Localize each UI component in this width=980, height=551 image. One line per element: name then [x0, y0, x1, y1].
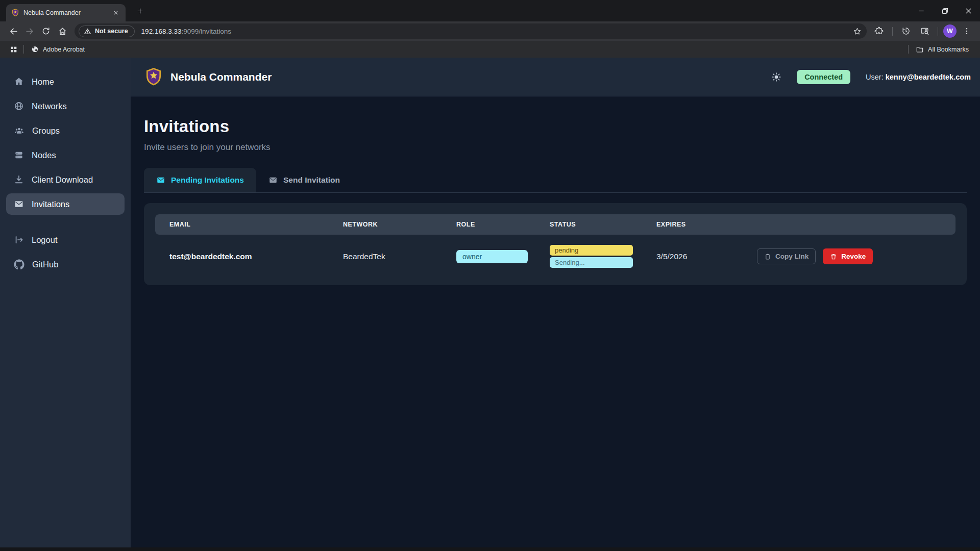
mail-icon [268, 176, 278, 185]
server-icon [14, 150, 24, 160]
restore-button[interactable] [933, 0, 957, 21]
column-header-email: EMAIL [169, 221, 343, 228]
shield-logo-icon [144, 67, 163, 87]
clipboard-icon [764, 253, 771, 260]
row-expires: 3/5/2026 [656, 252, 757, 261]
url-text[interactable]: 192.168.3.33:9099/invitations [141, 28, 853, 35]
connection-status-badge: Connected [797, 70, 850, 84]
toolbar-right-icons: W [871, 23, 975, 39]
home-icon [14, 77, 24, 87]
close-button[interactable] [957, 0, 980, 21]
tab-pending-invitations[interactable]: Pending Invitations [144, 168, 256, 192]
row-network: BeardedTek [343, 252, 456, 261]
tab-favicon-shield-icon [11, 9, 19, 17]
not-secure-label: Not secure [95, 28, 128, 35]
row-actions: Copy Link Revoke [757, 248, 955, 264]
column-header-network: NETWORK [343, 221, 456, 228]
history-icon[interactable] [898, 23, 914, 39]
globe-favicon-icon [31, 45, 39, 53]
bookmarks-separator [23, 45, 24, 54]
menu-kebab-icon[interactable] [959, 23, 975, 39]
bookmark-adobe-acrobat[interactable]: Adobe Acrobat [27, 43, 89, 55]
sidebar-item-client-download[interactable]: Client Download [6, 169, 125, 190]
window-controls [910, 0, 980, 21]
role-badge: owner [456, 250, 528, 263]
tab-send-invitation[interactable]: Send Invitation [256, 168, 352, 192]
folder-icon [916, 45, 924, 54]
page-subtitle: Invite users to join your networks [144, 142, 967, 153]
back-icon[interactable] [5, 23, 21, 39]
main-column: Nebula Commander Connected User: kenny@b… [131, 58, 980, 547]
toolbar-separator [938, 27, 938, 36]
column-header-role: ROLE [456, 221, 550, 228]
sidebar-spacer [6, 218, 125, 229]
copy-link-button[interactable]: Copy Link [757, 248, 816, 264]
mail-icon [14, 199, 24, 209]
browser-toolbar: Not secure 192.168.3.33:9099/invitations… [0, 21, 980, 41]
row-status: pending Sending... [550, 245, 633, 268]
user-info: User: kenny@beardedtek.com [866, 73, 971, 81]
github-icon [14, 259, 24, 270]
brand: Nebula Commander [144, 67, 272, 87]
invitations-card: EMAIL NETWORK ROLE STATUS EXPIRES test@b… [144, 203, 967, 285]
bookmarks-separator [908, 45, 909, 54]
revoke-button[interactable]: Revoke [823, 248, 873, 264]
theme-toggle-sun-icon[interactable] [771, 72, 781, 82]
users-icon [14, 126, 24, 136]
browser-tab[interactable]: Nebula Commander [6, 4, 126, 21]
extensions-icon[interactable] [871, 23, 887, 39]
tab-close-icon[interactable] [111, 8, 120, 17]
browser-titlebar: Nebula Commander [0, 0, 980, 21]
trash-icon [830, 253, 837, 260]
content-tabs: Pending Invitations Send Invitation [144, 168, 967, 193]
address-bar[interactable]: Not secure 192.168.3.33:9099/invitations [75, 23, 867, 39]
sidebar: Home Networks Groups Nodes Client Downlo… [0, 58, 131, 547]
page-content: Invitations Invite users to join your ne… [131, 96, 980, 306]
globe-icon [14, 101, 24, 111]
page-title: Invitations [144, 117, 967, 136]
warning-icon [84, 28, 91, 35]
column-header-status: STATUS [550, 221, 656, 228]
all-bookmarks-button[interactable]: All Bookmarks [912, 43, 973, 56]
bookmark-star-icon[interactable] [853, 27, 862, 36]
app-window: Home Networks Groups Nodes Client Downlo… [0, 58, 980, 547]
window-bottom-edge [0, 547, 980, 551]
app-header: Nebula Commander Connected User: kenny@b… [131, 58, 980, 96]
column-header-expires: EXPIRES [656, 221, 757, 228]
sidebar-item-invitations[interactable]: Invitations [6, 193, 125, 215]
minimize-button[interactable] [910, 0, 933, 21]
sidebar-item-groups[interactable]: Groups [6, 120, 125, 141]
not-secure-chip[interactable]: Not secure [79, 26, 135, 37]
logout-icon [14, 235, 24, 245]
new-tab-button[interactable] [133, 4, 147, 18]
table-row: test@beardedtek.com BeardedTek owner pen… [155, 235, 955, 271]
home-icon[interactable] [54, 23, 70, 39]
row-role: owner [456, 250, 550, 263]
apps-grid-icon[interactable] [7, 43, 20, 56]
status-sending-badge: Sending... [550, 257, 633, 268]
tab-search-icon[interactable] [916, 23, 933, 39]
reload-icon[interactable] [38, 23, 54, 39]
profile-avatar[interactable]: W [943, 24, 957, 38]
download-icon [14, 174, 24, 185]
sidebar-item-nodes[interactable]: Nodes [6, 144, 125, 166]
table-header: EMAIL NETWORK ROLE STATUS EXPIRES [155, 214, 955, 235]
user-email: kenny@beardedtek.com [886, 73, 971, 81]
row-email: test@beardedtek.com [169, 252, 343, 261]
sidebar-item-networks[interactable]: Networks [6, 95, 125, 117]
brand-name: Nebula Commander [170, 71, 272, 83]
forward-icon[interactable] [21, 23, 38, 39]
tab-title: Nebula Commander [23, 9, 107, 16]
status-pending-badge: pending [550, 245, 633, 256]
mail-icon [156, 176, 165, 185]
bookmarks-bar: Adobe Acrobat All Bookmarks [0, 41, 980, 58]
toolbar-separator [892, 27, 893, 36]
sidebar-item-logout[interactable]: Logout [6, 229, 125, 251]
sidebar-item-github[interactable]: GitHub [6, 254, 125, 275]
sidebar-item-home[interactable]: Home [6, 71, 125, 92]
